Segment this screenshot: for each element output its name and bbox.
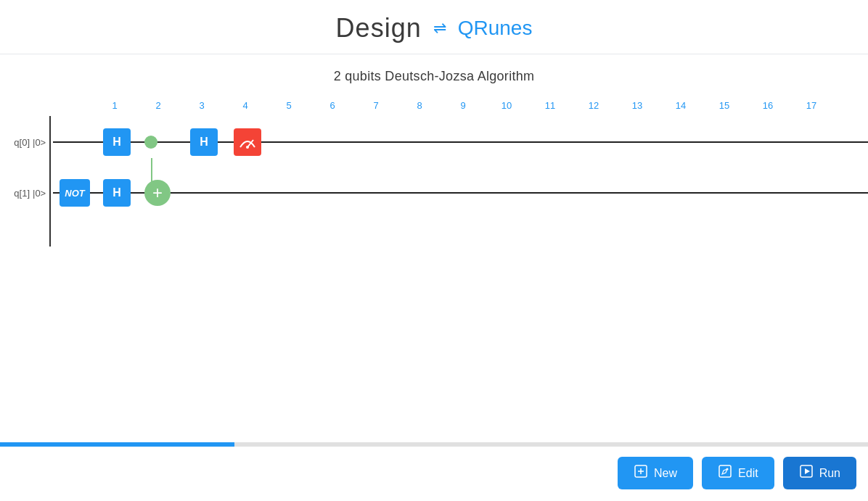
run-button-label: Run	[819, 467, 840, 480]
new-button-label: New	[654, 467, 677, 480]
page-title: Design	[336, 13, 422, 44]
qubit-wire-0: H H	[53, 117, 868, 167]
app-header: Design ⇌ QRunes	[0, 0, 868, 54]
edit-button-label: Edit	[738, 467, 758, 480]
gate-measure-q0-col5[interactable]	[234, 128, 261, 156]
new-button[interactable]: New	[618, 457, 693, 489]
col-num-12: 12	[572, 100, 615, 111]
measure-gate[interactable]	[234, 128, 261, 156]
col-num-17: 17	[790, 100, 833, 111]
gate-h-q0-col4[interactable]: H	[190, 128, 218, 156]
edit-icon	[718, 464, 732, 482]
col-num-5: 5	[267, 100, 311, 111]
col-num-13: 13	[615, 100, 659, 111]
progress-bar-fill	[0, 442, 234, 447]
circuit-left-border	[49, 116, 51, 247]
bottom-buttons: New Edit Run	[618, 457, 856, 489]
wire-1	[53, 192, 868, 194]
column-numbers: 1 2 3 4 5 6 7 8 9 10 11 12 13 14 15 16 1…	[0, 100, 868, 111]
cnot-plus[interactable]: +	[144, 180, 171, 206]
new-button-icon	[634, 464, 648, 479]
col-num-10: 10	[485, 100, 528, 111]
measure-icon	[237, 134, 258, 150]
edit-button-icon	[718, 464, 732, 479]
qubit-label-1: q[1]	[7, 188, 33, 199]
col-num-2: 2	[136, 100, 180, 111]
svg-point-1	[246, 146, 249, 149]
col-num-4: 4	[224, 100, 267, 111]
circuit-title: 2 qubits Deutsch-Jozsa Algorithm	[0, 69, 868, 84]
gate-cnot-target-q1-col3[interactable]: +	[144, 180, 171, 206]
run-button[interactable]: Run	[783, 457, 856, 489]
col-num-9: 9	[441, 100, 485, 111]
edit-button[interactable]: Edit	[702, 457, 774, 489]
gate-h-q1-col2[interactable]: H	[103, 179, 131, 207]
col-num-3: 3	[180, 100, 224, 111]
circuit-area: 2 qubits Deutsch-Jozsa Algorithm 1 2 3 4…	[0, 54, 868, 218]
col-num-8: 8	[398, 100, 441, 111]
col-num-15: 15	[703, 100, 746, 111]
run-icon	[799, 464, 814, 482]
gate-not-q1-col1[interactable]: NOT	[60, 179, 90, 207]
cnot-connector-line	[151, 158, 152, 203]
col-num-7: 7	[354, 100, 398, 111]
col-num-1: 1	[93, 100, 136, 111]
col-num-16: 16	[746, 100, 790, 111]
qubit-label-0: q[0]	[7, 137, 33, 148]
control-dot	[144, 136, 157, 149]
run-button-icon	[799, 464, 814, 479]
col-num-11: 11	[528, 100, 572, 111]
svg-rect-5	[719, 465, 731, 477]
qubit-wire-1: NOT H +	[53, 167, 868, 218]
qubit-row-0: q[0] |0> H H	[0, 117, 868, 167]
h-gate-2[interactable]: H	[190, 128, 218, 156]
new-icon	[634, 464, 648, 482]
wire-0	[53, 141, 868, 143]
qubit-row-1: q[1] |0> NOT H +	[0, 167, 868, 218]
gate-h-q0-col2[interactable]: H	[103, 128, 131, 156]
h-gate[interactable]: H	[103, 128, 131, 156]
col-num-6: 6	[311, 100, 354, 111]
switch-arrow-icon[interactable]: ⇌	[433, 19, 446, 38]
progress-bar-container	[0, 442, 868, 447]
col-num-14: 14	[659, 100, 703, 111]
not-gate[interactable]: NOT	[60, 179, 90, 207]
svg-point-6	[726, 468, 729, 471]
qrunes-link[interactable]: QRunes	[458, 17, 533, 40]
h-gate-3[interactable]: H	[103, 179, 131, 207]
